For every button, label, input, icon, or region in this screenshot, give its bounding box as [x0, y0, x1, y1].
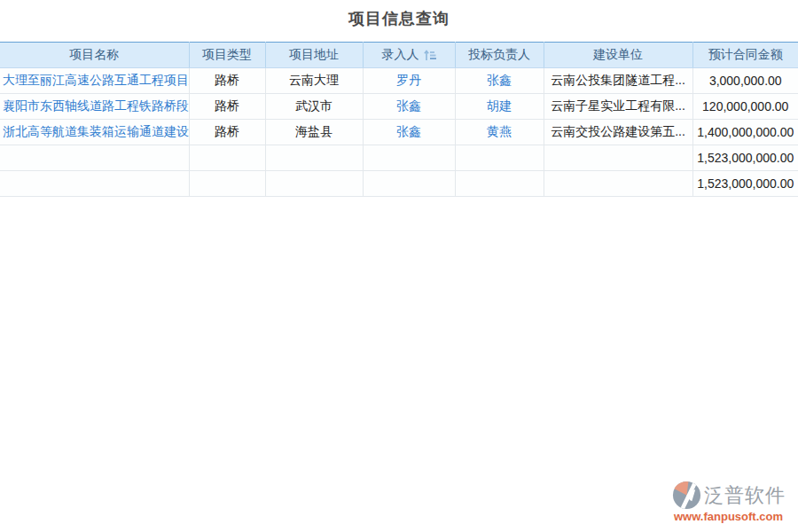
column-header-contract-amount[interactable]: 预计合同金额 [692, 43, 798, 68]
total-amount: 1,523,000,000.00 [692, 171, 798, 197]
bid-manager-link[interactable]: 胡建 [487, 98, 512, 113]
sort-ascending-icon[interactable] [424, 50, 436, 61]
column-header-recorder-label: 录入人 [382, 47, 419, 63]
project-table: 项目名称 项目类型 项目地址 录入人 投标负责 [0, 42, 798, 197]
brand-website-link[interactable]: www.fanpusoft.com [672, 510, 793, 523]
total-row: 1,523,000,000.00 [0, 171, 798, 197]
project-type-cell: 路桥 [189, 120, 265, 145]
page-title: 项目信息查询 [0, 8, 798, 29]
bid-manager-link[interactable]: 黄燕 [487, 124, 512, 138]
project-type-cell: 路桥 [189, 68, 265, 94]
subtotal-amount: 1,523,000,000.00 [692, 145, 798, 171]
construction-unit-cell: 云南子星实业工程有限... [544, 94, 692, 120]
contract-amount-cell: 3,000,000.00 [692, 68, 798, 94]
table-row[interactable]: 大理至丽江高速公路互通工程项目土 路桥 云南大理 罗丹 张鑫 云南公投集团隧道工… [0, 68, 798, 94]
fanpu-logo-icon [672, 481, 701, 510]
project-address-cell: 武汉市 [265, 94, 363, 120]
project-type-cell: 路桥 [189, 94, 265, 120]
table-header-row: 项目名称 项目类型 项目地址 录入人 投标负责 [0, 43, 798, 68]
fanpu-watermark: 泛普软件 www.fanpusoft.com [672, 481, 793, 523]
column-header-bid-manager[interactable]: 投标负责人 [455, 43, 544, 68]
column-header-recorder[interactable]: 录入人 [363, 43, 455, 68]
subtotal-row: 1,523,000,000.00 [0, 145, 798, 171]
recorder-link[interactable]: 张鑫 [396, 98, 421, 113]
column-header-project-type[interactable]: 项目类型 [189, 43, 265, 68]
recorder-link[interactable]: 罗丹 [396, 73, 421, 87]
table-row[interactable]: 襄阳市东西轴线道路工程铁路桥段的 路桥 武汉市 张鑫 胡建 云南子星实业工程有限… [0, 94, 798, 120]
project-address-cell: 海盐县 [265, 120, 363, 145]
bid-manager-link[interactable]: 张鑫 [487, 73, 512, 87]
project-info-query-page: 项目信息查询 项目名称 项目类型 项目地址 录入人 [0, 0, 798, 532]
project-address-cell: 云南大理 [265, 68, 363, 94]
column-header-project-address[interactable]: 项目地址 [265, 43, 363, 68]
construction-unit-cell: 云南交投公路建设第五... [544, 120, 692, 145]
column-header-construction-unit[interactable]: 建设单位 [544, 43, 692, 68]
project-name-link[interactable]: 襄阳市东西轴线道路工程铁路桥段的 [3, 98, 189, 113]
project-name-link[interactable]: 浙北高等航道集装箱运输通道建设工 [3, 124, 189, 138]
project-name-link[interactable]: 大理至丽江高速公路互通工程项目土 [3, 73, 189, 87]
construction-unit-cell: 云南公投集团隧道工程... [544, 68, 692, 94]
contract-amount-cell: 120,000,000.00 [692, 94, 798, 120]
recorder-link[interactable]: 张鑫 [396, 124, 421, 138]
brand-name: 泛普软件 [704, 482, 786, 509]
table-row[interactable]: 浙北高等航道集装箱运输通道建设工 路桥 海盐县 张鑫 黄燕 云南交投公路建设第五… [0, 120, 798, 145]
column-header-project-name[interactable]: 项目名称 [0, 43, 189, 68]
contract-amount-cell: 1,400,000,000.00 [692, 120, 798, 145]
